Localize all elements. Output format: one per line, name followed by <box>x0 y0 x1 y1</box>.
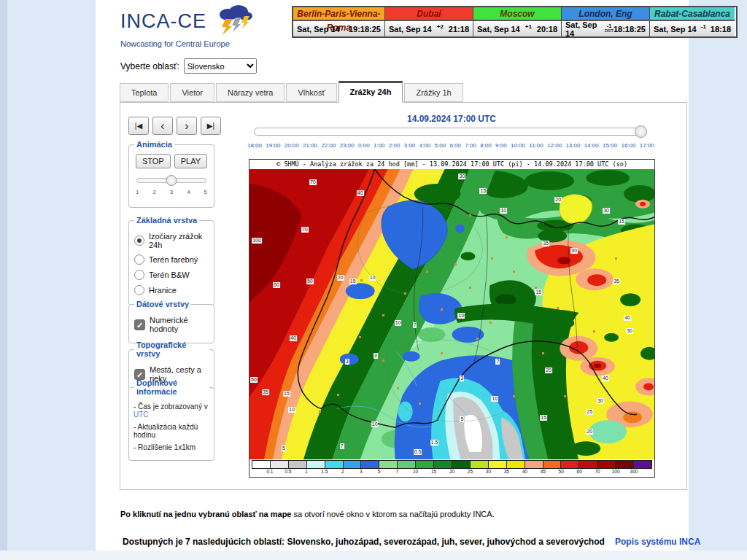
town-marker <box>441 308 443 311</box>
frame-player: |◀ ‹ › ▶| <box>128 117 225 135</box>
contour-label: 10 <box>500 208 507 214</box>
contour-label: 15 <box>618 219 625 225</box>
timeline-slider[interactable] <box>254 128 646 136</box>
tab-zr-ky-1h[interactable]: Zrážky 1h <box>404 83 462 102</box>
scale-color-segment <box>543 461 562 468</box>
play-button[interactable]: PLAY <box>174 154 207 168</box>
radio-icon[interactable] <box>134 285 144 295</box>
time-tick: 21:00 <box>303 142 317 149</box>
contour-label: 7 <box>340 443 344 449</box>
tab-vietor[interactable]: Vietor <box>170 83 214 102</box>
logo-subtitle: Nowcasting for Central Europe <box>120 39 255 48</box>
scale-tick-label: 3 <box>360 469 363 474</box>
previous-frame-button[interactable]: ‹ <box>152 117 173 135</box>
timeline-slider-handle[interactable] <box>635 125 647 138</box>
speed-slider-handle[interactable] <box>166 175 177 186</box>
checkbox-icon[interactable]: ✓ <box>134 319 145 330</box>
base-layer-panel: Základná vrstva Izočiary zrážok 24hTerén… <box>128 216 214 306</box>
clock-time-value: 19:18:25 <box>349 25 381 34</box>
clock-utc-offset: +2 <box>437 23 444 30</box>
product-tabs: TeplotaVietorNárazy vetraVlhkosťZrážky 2… <box>120 83 465 103</box>
town-marker <box>513 271 515 273</box>
clock-column-0: Berlin-Paris-Vienna-RomaSat, Sep 1419:18… <box>293 7 384 36</box>
contour-label: 70 <box>309 179 317 185</box>
radio-icon[interactable] <box>134 254 144 265</box>
base-layer-option[interactable]: Izočiary zrážok 24h <box>134 232 209 249</box>
scale-tick-label: 70 <box>595 469 600 474</box>
tab-n-razy-vetra[interactable]: Nárazy vetra <box>216 83 285 102</box>
scale-color-segment <box>597 461 616 468</box>
base-layer-option[interactable]: Terén B&W <box>134 270 209 280</box>
scale-tick-label: 1 <box>305 469 308 474</box>
radio-icon[interactable] <box>134 270 144 280</box>
base-layer-option[interactable]: Terén farebný <box>134 254 209 265</box>
precipitation-map-box: © SHMÚ - Analýza zrážok za 24 hod [mm] -… <box>249 159 655 478</box>
map-click-note: Po kliknutí na jednu vybranú oblasť na m… <box>120 510 495 518</box>
tab-zr-ky-24h[interactable]: Zrážky 24h <box>338 81 403 103</box>
speed-scale-label: 3 <box>170 189 173 195</box>
contour-label: 30 <box>459 174 466 179</box>
tab-vlhkos-[interactable]: Vlhkosť <box>286 83 336 102</box>
next-frame-button[interactable]: › <box>177 117 197 135</box>
stop-button[interactable]: STOP <box>136 154 171 168</box>
speed-scale-label: 2 <box>152 189 155 195</box>
topo-layers-legend: Topografické vrstvy <box>134 341 209 358</box>
contour-label: 15 <box>349 279 357 284</box>
scale-tick-label: 10 <box>413 469 418 474</box>
utc-link[interactable]: UTC <box>133 411 149 419</box>
clock-time-row: Sat, Sep 14-118:18 <box>650 21 735 36</box>
scale-tick-label: 60 <box>577 469 582 474</box>
contour-label: 10 <box>458 313 465 319</box>
storm-cloud-lightning-icon <box>212 4 255 38</box>
town-marker <box>542 352 544 354</box>
clock-column-3: London, EngSat, Sep 14-1DST18:18:25 <box>561 7 649 36</box>
region-select[interactable]: Slovensko <box>184 58 257 74</box>
contour-label: 5 <box>460 416 465 422</box>
time-tick: 10:00 <box>511 142 525 149</box>
contour-label: 0.5 <box>414 449 422 455</box>
scale-color-segment <box>525 461 543 468</box>
scale-color-segment <box>252 461 271 468</box>
speed-scale: 12345 <box>136 189 207 195</box>
first-frame-button[interactable]: |◀ <box>128 117 149 135</box>
scale-tick-label: 20 <box>449 469 454 474</box>
layer-option[interactable]: ✓Numerické hodnoty <box>134 316 209 333</box>
time-tick: 20:00 <box>285 142 299 149</box>
last-frame-button[interactable]: ▶| <box>201 117 221 135</box>
contour-label: 35 <box>542 241 549 246</box>
scale-color-segment <box>579 461 597 468</box>
base-layer-option[interactable]: Hranice <box>134 285 209 295</box>
page-bottom-band <box>0 551 747 560</box>
scale-tick-label: 1.5 <box>321 469 328 474</box>
inca-system-description-link[interactable]: Popis systému INCA <box>615 537 700 547</box>
clock-date: Sat, Sep 14 <box>565 20 605 38</box>
contour-label: 30 <box>626 328 633 334</box>
scale-color-segment <box>561 461 579 468</box>
offset-note: DST <box>605 28 614 33</box>
scale-tick-label: 0.5 <box>285 469 291 474</box>
contour-label: 100 <box>252 238 262 244</box>
animation-speed-slider[interactable] <box>136 178 206 183</box>
extra-info-legend: Doplnkové informácie <box>134 378 209 396</box>
town-marker <box>441 352 443 354</box>
town-marker <box>593 330 595 332</box>
contour-label: 35 <box>262 389 269 395</box>
time-tick: 7:00 <box>465 142 476 149</box>
radio-icon[interactable] <box>134 236 144 246</box>
time-tick: 9:00 <box>495 142 507 149</box>
scale-tick-label: 15 <box>431 469 436 474</box>
time-tick: 23:00 <box>340 142 355 149</box>
data-layers-legend: Dátové vrstvy <box>134 300 191 308</box>
data-layers-panel: Dátové vrstvy ✓Numerické hodnoty <box>128 300 214 343</box>
town-marker <box>564 395 566 397</box>
town-marker <box>513 395 515 397</box>
time-tick: 8:00 <box>480 142 492 149</box>
precipitation-map[interactable]: 7040701006050201510301510203015353035151… <box>249 169 654 459</box>
town-marker <box>454 263 457 265</box>
clock-time-row: Sat, Sep 14+120:18 <box>473 21 561 36</box>
time-tick: 5:00 <box>435 142 446 149</box>
town-marker <box>476 338 479 340</box>
animation-panel: Animácia STOP PLAY 12345 <box>128 140 214 208</box>
tab-teplota[interactable]: Teplota <box>120 83 169 102</box>
scale-color-segment <box>398 461 416 468</box>
